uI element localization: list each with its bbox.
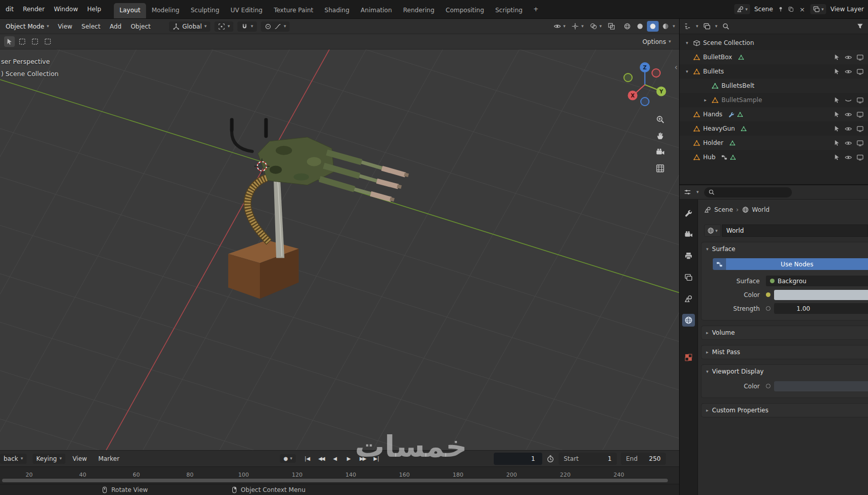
display-mode-icon[interactable] [703,22,711,30]
selectable-cursor-icon[interactable] [833,125,840,132]
tab-render-icon[interactable] [682,228,695,241]
tab-modeling[interactable]: Modeling [146,3,185,18]
menu-object[interactable]: Object [127,21,155,32]
surface-panel-header[interactable]: ▾ Surface [702,242,868,256]
pivot-point-dropdown[interactable]: ▾ [214,21,234,32]
tab-rendering[interactable]: Rendering [398,3,440,18]
disable-render-icon[interactable] [856,111,864,118]
sidebar-toggle-icon[interactable]: ‹ [674,63,678,72]
playback-dropdown[interactable]: back ▾ [0,454,27,464]
play-button[interactable]: ▶ [343,454,355,463]
pin-scene-icon[interactable] [777,6,784,13]
heavy-gun-model[interactable] [228,120,408,299]
view-layer-browse-button[interactable]: ▾ [810,4,827,14]
preview-range-clock-icon[interactable] [546,455,554,463]
object-visibility-icon[interactable] [553,22,561,30]
outliner-row-heavygun[interactable]: HeavyGun [680,121,868,136]
hidden-eye-closed-icon[interactable] [845,96,852,104]
chevron-down-icon[interactable]: ▾ [581,24,584,29]
start-frame-field[interactable]: Start 1 [559,453,617,465]
menu-edit[interactable]: dit [1,3,18,15]
viewport-display-panel-header[interactable]: ▾ Viewport Display [702,365,868,378]
tab-uv-editing[interactable]: UV Editing [225,3,269,18]
chevron-down-icon[interactable]: ▾ [599,24,602,29]
jump-to-start-button[interactable]: |◀ [301,454,314,463]
disclosure-icon[interactable]: ▾ [684,40,690,45]
tab-sculpting[interactable]: Sculpting [185,3,225,18]
outliner-row-bullets[interactable]: ▾ Bullets [680,64,868,79]
current-frame-field[interactable]: 1 [494,453,542,465]
shading-wireframe-icon[interactable] [621,21,633,32]
shading-rendered-icon[interactable] [660,21,671,32]
camera-view-icon[interactable] [656,147,665,157]
navigation-gizmo[interactable]: Z X Y [622,62,668,108]
breadcrumb-scene[interactable]: Scene [714,206,733,213]
outliner-row-hands[interactable]: Hands [680,107,868,121]
add-workspace-button[interactable]: + [529,4,542,15]
new-scene-icon[interactable] [787,6,794,13]
timeline-menu-view[interactable]: View [68,453,91,464]
tab-view-layer-icon[interactable] [682,271,695,284]
outliner-row-bulletsample[interactable]: ▸ BulletSample [680,93,868,107]
menu-render[interactable]: Render [18,3,50,15]
auto-keying-button[interactable]: ● ▾ [280,454,296,463]
disable-render-icon[interactable] [856,154,864,161]
timeline-ruler[interactable]: 20 40 60 80 100 120 140 160 180 200 220 … [0,466,679,484]
play-reverse-button[interactable]: ◀ [329,454,342,463]
tab-animation[interactable]: Animation [355,3,397,18]
tab-scripting[interactable]: Scripting [490,3,528,18]
tool-select-subtract-icon[interactable] [42,36,53,47]
show-gizmo-icon[interactable] [571,22,579,30]
menu-window[interactable]: Window [49,3,82,15]
world-color-swatch[interactable] [774,290,868,300]
volume-panel-header[interactable]: ▸ Volume [702,326,868,339]
shading-material-icon[interactable] [647,21,659,32]
tab-scene-icon[interactable] [682,292,695,305]
keying-dropdown[interactable]: Keying ▾ [33,454,65,464]
hide-eye-icon[interactable] [845,111,852,118]
properties-editor-icon[interactable] [684,188,691,196]
delete-scene-icon[interactable]: × [798,6,807,13]
tool-select-box-icon[interactable] [17,36,28,47]
end-frame-field[interactable]: End 250 [621,453,666,465]
tab-compositing[interactable]: Compositing [440,3,490,18]
outliner-row-bulletsbelt[interactable]: BulletsBelt [680,79,868,93]
transform-orientation-dropdown[interactable]: Global ▾ [169,21,210,32]
move-view-hand-icon[interactable] [656,131,665,140]
vd-color-swatch[interactable] [774,381,868,391]
show-overlays-icon[interactable] [590,22,597,30]
tab-layout[interactable]: Layout [114,3,146,18]
scene-name-field[interactable]: Scene [753,6,774,13]
tab-output-icon[interactable] [682,250,695,262]
disable-render-icon[interactable] [856,68,864,76]
viewport-3d[interactable]: ser Perspective ) Scene Collection ‹ Z X… [0,50,679,450]
disable-render-icon[interactable] [856,139,864,147]
hide-eye-icon[interactable] [845,139,852,147]
chevron-down-icon[interactable]: ▾ [696,190,699,194]
zoom-tool-icon[interactable] [656,115,665,124]
custom-properties-panel-header[interactable]: ▸ Custom Properties [702,404,868,417]
options-dropdown[interactable]: Options ▾ [638,37,675,47]
outliner-row-holder[interactable]: Holder [680,136,868,150]
search-icon[interactable] [722,22,730,30]
tool-select-extend-icon[interactable] [30,36,40,47]
tab-world-icon[interactable] [682,314,695,327]
timeline-menu-marker[interactable]: Marker [94,453,123,464]
chevron-down-icon[interactable]: ▾ [696,24,698,29]
selectable-cursor-icon[interactable] [833,139,840,146]
use-nodes-button[interactable]: Use Nodes [726,258,868,270]
surface-shader-dropdown[interactable]: Backgrou [766,276,868,286]
chevron-down-icon[interactable]: ▾ [563,24,566,29]
hide-eye-icon[interactable] [845,154,852,161]
selectable-cursor-icon[interactable] [833,96,840,104]
snap-toggle[interactable]: ▾ [237,21,257,32]
decorator-dot[interactable] [766,306,770,311]
outliner-row-bulletbox[interactable]: BulletBox [680,50,868,64]
shading-solid-icon[interactable] [634,21,646,32]
next-keyframe-button[interactable]: ▶▶ [356,454,369,463]
filter-icon[interactable] [856,22,864,30]
proportional-editing-toggle[interactable]: ▾ [261,21,290,32]
selectable-cursor-icon[interactable] [833,111,840,118]
hide-eye-icon[interactable] [845,68,852,76]
disable-render-icon[interactable] [856,54,864,61]
